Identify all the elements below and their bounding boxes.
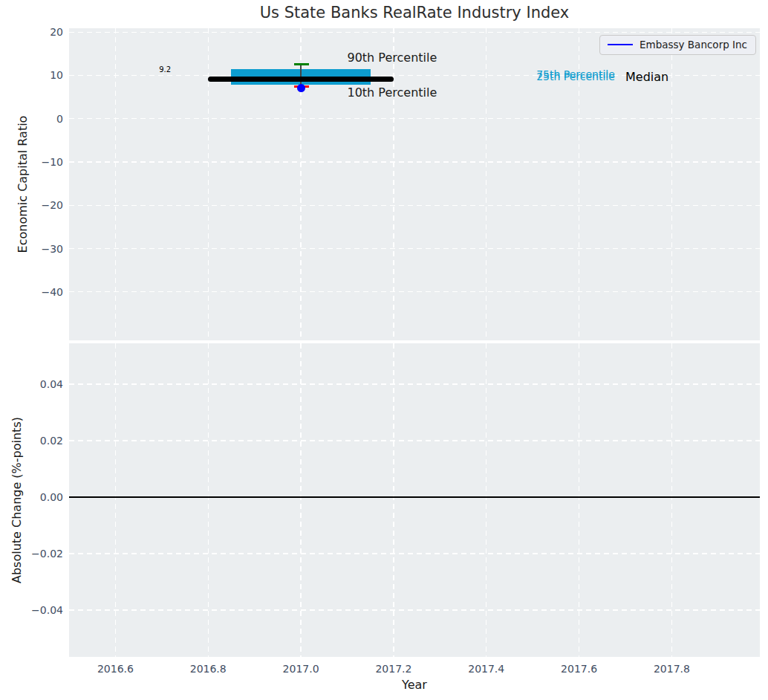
y-tick-label: −0.04 (19, 603, 63, 618)
y-tick-label: 20 (19, 25, 63, 39)
y-tick-label: −10 (19, 155, 63, 169)
legend-label: Embassy Bancorp Inc (640, 39, 747, 51)
top-plot-area: 9.290th Percentile10th Percentile75th Pe… (69, 28, 760, 340)
y-tick-label: 0.02 (19, 433, 63, 448)
x-tick-label: 2017.8 (642, 661, 701, 676)
gridline-horizontal (69, 291, 760, 292)
figure: Us State Banks RealRate Industry Index 9… (0, 0, 768, 700)
x-tick-label: 2017.6 (550, 661, 609, 676)
gridline-horizontal (69, 553, 760, 554)
y-tick-label: −40 (19, 285, 63, 299)
annotation-25th-percentile: 25th Percentile (536, 71, 615, 82)
y-tick-label: −20 (19, 198, 63, 213)
gridline-horizontal (69, 32, 760, 33)
whisker-line (300, 65, 302, 86)
x-tick-label: 2017.2 (364, 661, 423, 676)
y-tick-label: 10 (19, 68, 63, 82)
legend-line-sample (608, 44, 633, 45)
gridline-horizontal (69, 205, 760, 206)
y-tick-label: 0.00 (19, 490, 63, 505)
x-tick-label: 2016.6 (85, 661, 145, 676)
y-tick-label: 0 (19, 111, 63, 126)
x-tick-label: 2016.8 (178, 661, 238, 676)
top-y-axis-label: Economic Capital Ratio (16, 116, 30, 253)
x-tick-label: 2017.4 (457, 661, 516, 676)
gridline-horizontal (69, 609, 760, 610)
cap-90th-percentile (294, 63, 310, 65)
annotation-9-2: 9.2 (159, 66, 171, 74)
zero-reference-line (69, 496, 760, 498)
annotation-90th-percentile: 90th Percentile (347, 52, 437, 64)
annotation-median: Median (625, 71, 668, 83)
company-datapoint (297, 84, 305, 92)
legend: Embassy Bancorp Inc (599, 35, 756, 55)
annotation-10th-percentile: 10th Percentile (347, 87, 437, 99)
bottom-plot-area (69, 343, 760, 657)
y-tick-label: 0.04 (19, 377, 63, 392)
chart-title: Us State Banks RealRate Industry Index (69, 4, 760, 22)
x-axis-label: Year (69, 678, 760, 692)
y-tick-label: −0.02 (19, 546, 63, 561)
x-tick-label: 2017.0 (271, 661, 331, 676)
gridline-horizontal (69, 248, 760, 249)
gridline-horizontal (69, 118, 760, 119)
gridline-horizontal (69, 161, 760, 162)
gridline-horizontal (69, 440, 760, 441)
median-line (208, 77, 394, 82)
y-tick-label: −30 (19, 242, 63, 256)
gridline-horizontal (69, 383, 760, 384)
